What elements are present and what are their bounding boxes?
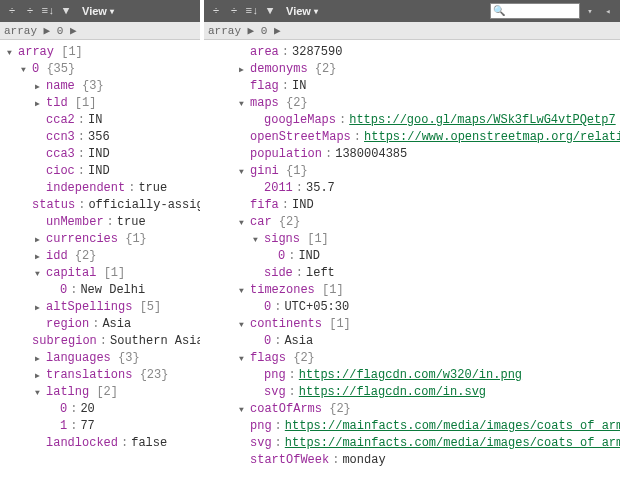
toggle-open-icon[interactable] [236,217,247,228]
tree-row[interactable]: timezones [1] [206,282,620,299]
tree-row[interactable]: area:3287590 [206,44,620,61]
link: https://goo.gl/maps/WSk3fLwG4vtPQetp7 [349,112,615,129]
view-label: View [82,5,107,17]
link: https://flagcdn.com/in.svg [299,384,486,401]
tree-row[interactable]: svg:https://flagcdn.com/in.svg [206,384,620,401]
tree-row[interactable]: currencies {1} [2,231,200,248]
link: https://mainfacts.com/media/images/coats… [285,418,620,435]
toggle-open-icon[interactable] [236,404,247,415]
toggle-open-icon[interactable] [236,166,247,177]
tree-row[interactable]: independent:true [2,180,200,197]
toggle-closed-icon[interactable] [32,302,43,313]
tree-row[interactable]: coatOfArms {2} [206,401,620,418]
sort-icon[interactable]: ≡↓ [244,3,260,19]
tree-row[interactable]: 0:20 [2,401,200,418]
toolbar-left: ÷ ÷ ≡↓ ▼ View ▾ [0,0,200,22]
toggle-open-icon[interactable] [32,268,43,279]
tree-row[interactable]: cioc:IND [2,163,200,180]
tree-row[interactable]: 1:77 [2,418,200,435]
search-icon: 🔍 [493,5,505,17]
filter-icon[interactable]: ▼ [262,3,278,19]
tree-row[interactable]: fifa:IND [206,197,620,214]
toggle-open-icon[interactable] [32,387,43,398]
tree-row[interactable]: flags {2} [206,350,620,367]
breadcrumb-left[interactable]: array ▶ 0 ▶ [0,22,200,40]
tree-row[interactable]: tld [1] [2,95,200,112]
tree-row[interactable]: 2011:35.7 [206,180,620,197]
tree-row[interactable]: altSpellings [5] [2,299,200,316]
tree-row[interactable]: ccn3:356 [2,129,200,146]
tree-row[interactable]: openStreetMaps:https://www.openstreetmap… [206,129,620,146]
tree-row[interactable]: 0:UTC+05:30 [206,299,620,316]
toggle-closed-icon[interactable] [236,64,247,75]
tree-row[interactable]: cca2:IN [2,112,200,129]
tree-row[interactable]: translations {23} [2,367,200,384]
toggle-open-icon[interactable] [236,353,247,364]
tree-row[interactable]: cca3:IND [2,146,200,163]
toggle-closed-icon[interactable] [32,353,43,364]
tree-row[interactable]: latlng [2] [2,384,200,401]
link: https://mainfacts.com/media/images/coats… [285,435,620,452]
toggle-open-icon[interactable] [250,234,261,245]
toggle-open-icon[interactable] [236,98,247,109]
search-input[interactable]: 🔍 [490,3,580,19]
toggle-open-icon[interactable] [18,64,29,75]
tree-row[interactable]: 0 {35} [2,61,200,78]
collapse-icon[interactable]: ÷ [226,3,242,19]
tree-row[interactable]: status:officially-assigned [2,197,200,214]
breadcrumb-right[interactable]: array ▶ 0 ▶ [204,22,620,40]
tree-row[interactable]: region:Asia [2,316,200,333]
collapse-icon[interactable]: ÷ [22,3,38,19]
expand-icon[interactable]: ÷ [4,3,20,19]
tree-row[interactable]: subregion:Southern Asia [2,333,200,350]
tree-row[interactable]: googleMaps:https://goo.gl/maps/WSk3fLwG4… [206,112,620,129]
toggle-closed-icon[interactable] [32,234,43,245]
tree-row[interactable]: side:left [206,265,620,282]
tree-row[interactable]: gini {1} [206,163,620,180]
toggle-open-icon[interactable] [236,319,247,330]
tree-row[interactable]: signs [1] [206,231,620,248]
tree-row[interactable]: continents [1] [206,316,620,333]
tree-row[interactable]: 0:New Delhi [2,282,200,299]
pin-icon[interactable]: ◂ [600,3,616,19]
caret-down-icon: ▾ [110,7,114,16]
tree-row[interactable]: idd {2} [2,248,200,265]
tree-row[interactable]: maps {2} [206,95,620,112]
toggle-closed-icon[interactable] [32,370,43,381]
toggle-closed-icon[interactable] [32,81,43,92]
toggle-closed-icon[interactable] [32,98,43,109]
link: https://www.openstreetmap.org/relation/3… [364,129,620,146]
tree-row[interactable]: array [1] [2,44,200,61]
expand-icon[interactable]: ÷ [208,3,224,19]
left-pane: ÷ ÷ ≡↓ ▼ View ▾ array ▶ 0 ▶ array [1] 0 … [0,0,200,504]
view-menu[interactable]: View ▾ [76,5,120,17]
link: https://flagcdn.com/w320/in.png [299,367,522,384]
tree-row[interactable]: png:https://flagcdn.com/w320/in.png [206,367,620,384]
tree-row[interactable]: 0:IND [206,248,620,265]
tree-row[interactable]: languages {3} [2,350,200,367]
tree-left: array [1] 0 {35} name {3} tld [1] cca2:I… [0,40,200,456]
tree-row[interactable]: 0:Asia [206,333,620,350]
tree-row[interactable]: png:https://mainfacts.com/media/images/c… [206,418,620,435]
tree-right: area:3287590 demonyms {2} flag:IN maps {… [204,40,620,473]
view-label: View [286,5,311,17]
toggle-open-icon[interactable] [4,47,15,58]
tree-row[interactable]: capital [1] [2,265,200,282]
tree-row[interactable]: demonyms {2} [206,61,620,78]
toggle-closed-icon[interactable] [32,251,43,262]
toggle-open-icon[interactable] [236,285,247,296]
right-pane: ÷ ÷ ≡↓ ▼ View ▾ 🔍 ▾ ◂ array ▶ 0 ▶ area:3… [204,0,620,504]
view-menu[interactable]: View ▾ [280,5,324,17]
filter-icon[interactable]: ▼ [58,3,74,19]
dropdown-icon[interactable]: ▾ [582,3,598,19]
tree-row[interactable]: name {3} [2,78,200,95]
tree-row[interactable]: flag:IN [206,78,620,95]
toolbar-right: ÷ ÷ ≡↓ ▼ View ▾ 🔍 ▾ ◂ [204,0,620,22]
sort-icon[interactable]: ≡↓ [40,3,56,19]
tree-row[interactable]: car {2} [206,214,620,231]
tree-row[interactable]: svg:https://mainfacts.com/media/images/c… [206,435,620,452]
tree-row[interactable]: unMember:true [2,214,200,231]
tree-row[interactable]: population:1380004385 [206,146,620,163]
tree-row[interactable]: landlocked:false [2,435,200,452]
tree-row[interactable]: startOfWeek:monday [206,452,620,469]
